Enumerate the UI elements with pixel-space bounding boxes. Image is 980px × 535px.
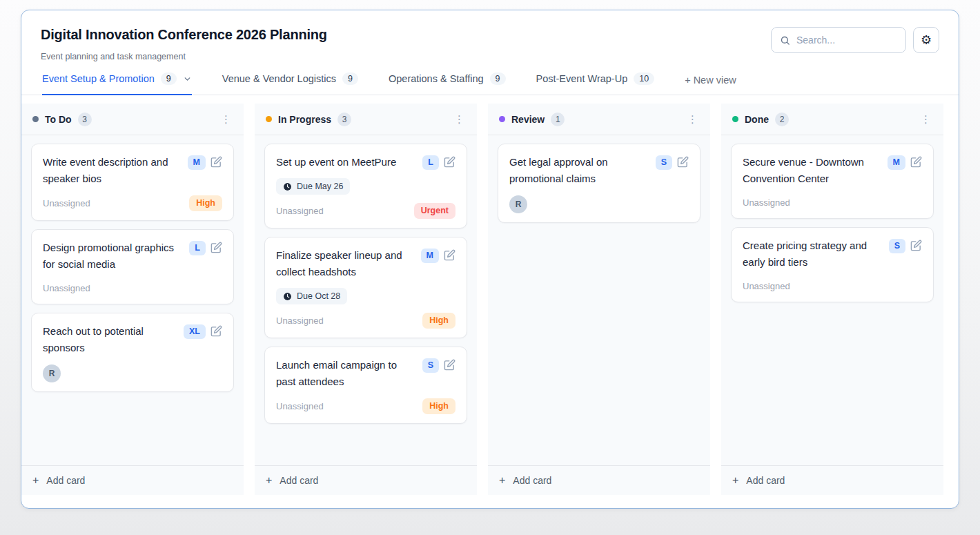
column-title: In Progress — [278, 114, 331, 125]
chevron-down-icon — [183, 75, 192, 84]
size-badge: L — [189, 241, 206, 255]
card-title: Design promotional graphics for social m… — [43, 240, 182, 273]
size-badge: L — [422, 155, 439, 170]
edit-card-button[interactable] — [910, 239, 922, 251]
tab-count-badge: 9 — [490, 72, 506, 85]
due-date-label: Due May 26 — [297, 182, 343, 191]
column-title: Review — [511, 114, 545, 125]
card-bottom-row: UnassignedUrgent — [276, 203, 455, 219]
card-bottom-row: R — [509, 195, 689, 213]
task-card[interactable]: Launch email campaign to past attendeesS… — [264, 347, 467, 424]
assignee-label: Unassigned — [743, 281, 790, 291]
card-bottom-row: UnassignedHigh — [276, 398, 455, 414]
task-card[interactable]: Design promotional graphics for social m… — [31, 229, 234, 304]
card-title: Finalize speaker lineup and collect head… — [276, 247, 414, 280]
view-tabs: Event Setup & Promotion9Venue & Vendor L… — [21, 72, 959, 95]
card-bottom-row: Unassigned — [43, 281, 222, 295]
status-dot — [499, 116, 505, 122]
add-card-label: Add card — [46, 475, 85, 486]
assignee-label: Unassigned — [276, 315, 324, 326]
assignee-label: Unassigned — [743, 197, 790, 208]
card-top-row: Launch email campaign to past attendeesS — [276, 357, 455, 390]
search-box[interactable] — [771, 27, 906, 53]
clock-icon — [283, 292, 292, 301]
search-icon — [780, 35, 790, 46]
edit-card-button[interactable] — [677, 155, 689, 168]
card-controls: L — [422, 154, 455, 171]
status-dot — [266, 116, 272, 122]
add-card-button[interactable]: +Add card — [721, 465, 943, 495]
add-card-button[interactable]: +Add card — [255, 465, 477, 495]
task-card[interactable]: Reach out to potential sponsorsXLR — [31, 313, 234, 392]
task-card[interactable]: Finalize speaker lineup and collect head… — [264, 237, 467, 338]
edit-card-button[interactable] — [210, 324, 222, 337]
status-dot — [732, 116, 738, 122]
clock-icon — [283, 182, 292, 191]
column-menu-button[interactable]: ⋮ — [217, 111, 235, 127]
edit-card-button[interactable] — [444, 249, 455, 261]
card-controls: S — [422, 357, 455, 390]
add-card-button[interactable]: +Add card — [488, 465, 710, 495]
settings-button[interactable]: ⚙︎ — [913, 27, 939, 53]
edit-card-button[interactable] — [210, 241, 222, 253]
task-card[interactable]: Create pricing strategy and early bird t… — [731, 227, 934, 302]
edit-card-button[interactable] — [444, 155, 455, 168]
size-badge: XL — [184, 324, 206, 339]
column-card-list: Set up event on MeetPureLDue May 26Unass… — [255, 135, 477, 465]
column-card-list: Get legal approval on promotional claims… — [488, 135, 710, 465]
new-view-button[interactable]: + New view — [685, 75, 736, 95]
column-title: To Do — [45, 114, 72, 125]
column-in-progress: In Progress3⋮Set up event on MeetPureLDu… — [255, 104, 477, 495]
card-title: Create pricing strategy and early bird t… — [743, 237, 882, 271]
task-card[interactable]: Secure venue - Downtown Convention Cente… — [731, 144, 934, 219]
tab-venue-vendor-logistics[interactable]: Venue & Vendor Logistics9 — [222, 72, 358, 95]
card-top-row: Secure venue - Downtown Convention Cente… — [743, 154, 922, 187]
edit-icon — [910, 240, 922, 251]
tab-count-badge: 10 — [634, 72, 654, 85]
card-title: Get legal approval on promotional claims — [509, 154, 649, 187]
column-header: To Do3⋮ — [21, 104, 244, 135]
task-card[interactable]: Write event description and speaker bios… — [31, 144, 234, 221]
size-badge: M — [188, 155, 206, 170]
card-top-row: Design promotional graphics for social m… — [43, 240, 222, 273]
column-card-list: Write event description and speaker bios… — [21, 135, 244, 465]
tab-post-event-wrap-up[interactable]: Post-Event Wrap-Up10 — [536, 72, 655, 95]
card-top-row: Get legal approval on promotional claims… — [509, 154, 689, 187]
column-count-badge: 3 — [337, 113, 351, 126]
kanban-board: To Do3⋮Write event description and speak… — [21, 95, 959, 508]
due-date-label: Due Oct 28 — [297, 291, 340, 301]
assignee-label: Unassigned — [276, 401, 324, 411]
card-controls: M — [188, 154, 222, 187]
column-menu-button[interactable]: ⋮ — [917, 111, 935, 127]
task-card[interactable]: Get legal approval on promotional claims… — [498, 144, 700, 223]
add-card-button[interactable]: +Add card — [21, 465, 244, 495]
tab-label: Event Setup & Promotion — [42, 73, 155, 84]
edit-card-button[interactable] — [210, 155, 222, 168]
card-title: Launch email campaign to past attendees — [276, 357, 415, 390]
edit-card-button[interactable] — [910, 155, 922, 168]
tab-operations-staffing[interactable]: Operations & Staffing9 — [389, 72, 506, 95]
card-title: Set up event on MeetPure — [276, 154, 396, 171]
edit-icon — [677, 156, 689, 168]
board-app-panel: Digital Innovation Conference 2026 Plann… — [21, 10, 959, 509]
card-bottom-row: Unassigned — [743, 195, 922, 209]
plus-icon: + — [732, 475, 738, 486]
column-count-badge: 3 — [78, 113, 92, 126]
card-controls: M — [888, 154, 922, 187]
card-top-row: Reach out to potential sponsorsXL — [43, 323, 222, 356]
card-title: Secure venue - Downtown Convention Cente… — [743, 154, 881, 187]
add-card-label: Add card — [280, 475, 318, 486]
edit-card-button[interactable] — [444, 358, 455, 371]
column-count-badge: 2 — [775, 113, 789, 126]
tab-event-setup-promotion[interactable]: Event Setup & Promotion9 — [42, 72, 192, 95]
task-card[interactable]: Set up event on MeetPureLDue May 26Unass… — [264, 144, 467, 228]
plus-icon: + — [266, 475, 272, 486]
card-top-row: Finalize speaker lineup and collect head… — [276, 247, 455, 280]
card-bottom-row: Unassigned — [743, 279, 922, 293]
column-menu-button[interactable]: ⋮ — [683, 111, 702, 127]
search-input[interactable] — [796, 35, 897, 46]
gear-icon: ⚙︎ — [921, 32, 932, 48]
column-header: Review1⋮ — [488, 104, 710, 135]
column-menu-button[interactable]: ⋮ — [450, 111, 469, 127]
assignee-label: Unassigned — [276, 206, 324, 216]
